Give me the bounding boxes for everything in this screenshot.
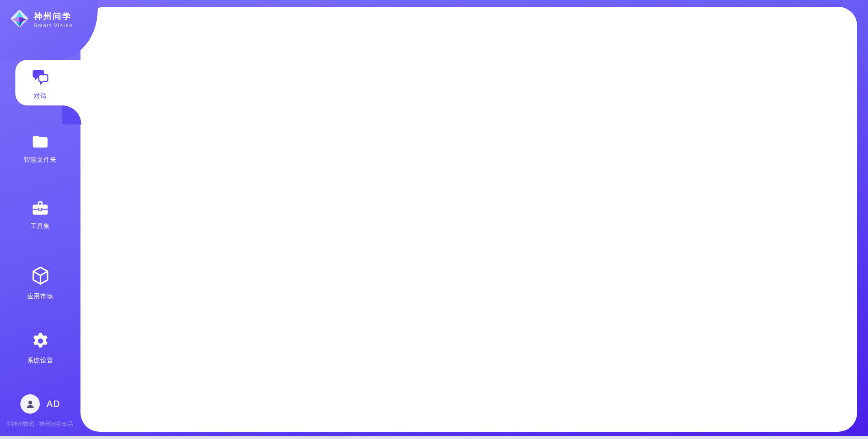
main-content-sheet (80, 7, 857, 432)
copyright-text: ©神州数码 · 神州问学出品 (7, 420, 73, 428)
sidebar-item-smart-folder[interactable]: 智能文件夹 (0, 134, 80, 164)
user-initials: AD (47, 399, 60, 409)
avatar (20, 394, 40, 414)
sidebar-item-settings[interactable]: 系统设置 (0, 331, 80, 365)
sidebar: 神州问学 Smart Vision 对话 智能文件夹 工具集 应用市场 (0, 0, 80, 439)
user-account[interactable]: AD (0, 394, 80, 414)
folder-icon (31, 134, 49, 152)
gear-icon (31, 331, 50, 353)
sidebar-item-label: 智能文件夹 (24, 156, 57, 164)
sidebar-item-label: 对话 (34, 92, 47, 100)
sidebar-item-toolset[interactable]: 工具集 (0, 200, 80, 230)
briefcase-icon (31, 200, 49, 218)
cube-icon (30, 265, 51, 288)
sidebar-item-label: 系统设置 (27, 357, 53, 365)
brand-name: 神州问学 (34, 11, 73, 22)
sidebar-item-chat[interactable]: 对话 (0, 68, 80, 100)
brand: 神州问学 Smart Vision (9, 8, 73, 31)
chat-bubbles-icon (31, 68, 49, 88)
window-bottom-edge (0, 436, 868, 439)
sidebar-item-app-market[interactable]: 应用市场 (0, 265, 80, 301)
brand-subtitle: Smart Vision (34, 23, 73, 28)
sidebar-item-label: 工具集 (30, 222, 50, 230)
sidebar-item-label: 应用市场 (27, 292, 53, 301)
brand-logo-icon (9, 8, 30, 31)
